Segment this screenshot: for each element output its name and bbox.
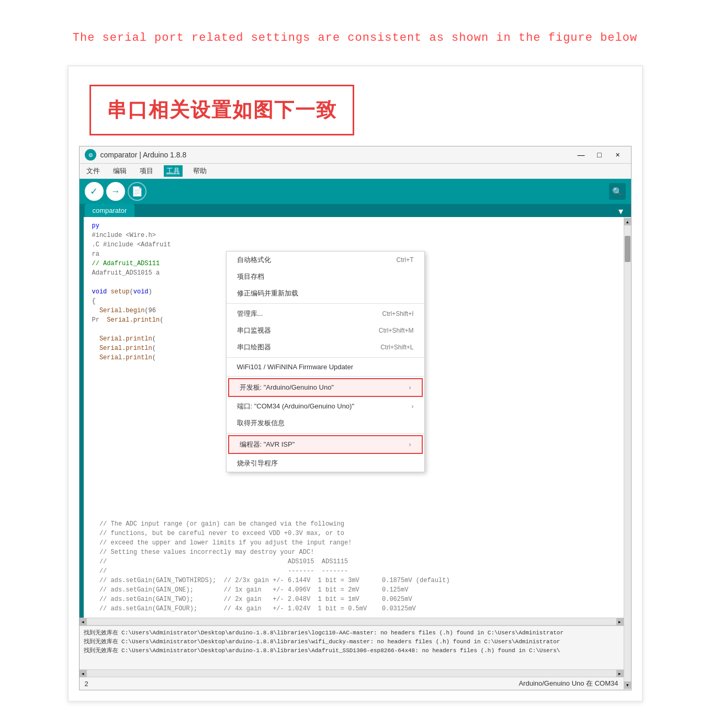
arduino-logo-icon: ⊙ [85,149,96,161]
left-gutter-indicator [80,217,84,618]
separator-4 [227,433,424,434]
code-comment-line: // Setting these values incorrectly may … [92,548,617,557]
code-comment-line: // ads.setGain(GAIN_TWOTHIRDS); // 2/3x … [92,576,617,585]
toolbar: ✓ → 📄 🔍 [80,179,631,204]
banner-container: 串口相关设置如图下一致 [69,66,642,138]
code-line: py [92,221,617,231]
status-line-number: 2 [85,680,88,688]
separator-1 [227,303,424,304]
window-controls: — □ × [573,149,626,161]
minimize-button[interactable]: — [573,149,589,161]
menu-programmer[interactable]: 编程器: "AVR ISP" › [229,436,422,453]
code-comment-line: // functions, but be careful never to ex… [92,529,617,538]
verify-button[interactable]: ✓ [85,182,104,201]
close-button[interactable]: × [610,149,626,161]
console-line-2: 找到无效库在 C:\Users\Administrator\Desktop\ar… [84,638,619,646]
maximize-button[interactable]: □ [592,149,607,161]
code-comment-line: // ------- ------- [92,566,617,576]
menu-get-board-info[interactable]: 取得开发板信息 [227,415,424,431]
menu-port[interactable]: 端口: "COM34 (Arduino/Genuino Uno)" › [227,398,424,415]
window-body: py #include <Wire.h> .C #include <Adafru… [80,217,631,690]
new-button[interactable]: 📄 [128,182,146,201]
page-container: The serial port related settings are con… [0,0,710,728]
menu-edit[interactable]: 编辑 [110,165,129,177]
scroll-down-button[interactable]: ▾ [624,681,631,689]
programmer-highlight-border: 编程器: "AVR ISP" › [228,435,423,454]
tools-dropdown-menu: 自动格式化 Ctrl+T 项目存档 修正编码并重新加载 管理库 [226,251,425,472]
upload-button[interactable]: → [106,182,125,201]
menu-tools[interactable]: 工具 [164,165,183,177]
menu-board[interactable]: 开发板: "Arduino/Genuino Uno" › [229,379,422,396]
menu-help[interactable]: 帮助 [190,165,209,177]
code-comment-line: // The ADC input range (or gain) can be … [92,519,617,529]
arduino-window: ⊙ comparator | Arduino 1.8.8 — □ × 文件 编辑… [79,146,632,690]
menu-serial-monitor[interactable]: 串口监视器 Ctrl+Shift+M [227,322,424,339]
menu-library-manager[interactable]: 管理库... Ctrl+Shift+I [227,305,424,322]
code-comment-line: // ads.setGain(GAIN_ONE); // 1x gain +/-… [92,585,617,595]
menu-wifi-firmware[interactable]: WiFi101 / WiFiNINA Firmware Updater [227,359,424,374]
code-comment-line: // ads.setGain(GAIN_TWO); // 2x gain +/-… [92,595,617,604]
code-line: #include <Wire.h> [92,231,617,240]
menu-serial-plotter[interactable]: 串口绘图器 Ctrl+Shift+L [227,339,424,356]
menu-burn-bootloader[interactable]: 烧录引导程序 [227,455,424,472]
board-highlight-border: 开发板: "Arduino/Genuino Uno" › [228,378,423,397]
bottom-status-bar: 2 Arduino/Genuino Uno 在 COM34 [80,677,624,690]
tab-comparator[interactable]: comparator [85,204,135,217]
console-area: 找到无效库在 C:\Users\Administrator\Desktop\ar… [80,625,624,669]
banner-text: 串口相关设置如图下一致 [107,99,337,121]
console-line-1: 找到无效库在 C:\Users\Administrator\Desktop\ar… [84,629,619,638]
console-scroll-left[interactable]: ◂ [80,670,87,677]
window-titlebar: ⊙ comparator | Arduino 1.8.8 — □ × [80,146,631,164]
console-scroll-track [87,670,616,677]
window-title: comparator | Arduino 1.8.8 [100,151,187,159]
menubar: 文件 编辑 项目 工具 帮助 [80,164,631,179]
menu-file[interactable]: 文件 [84,165,103,177]
serial-monitor-icon: 🔍 [612,187,623,197]
menu-archive[interactable]: 项目存档 [227,268,424,285]
separator-3 [227,376,424,377]
console-scroll-right[interactable]: ▸ [616,670,624,677]
menu-project[interactable]: 项目 [137,165,156,177]
header-text: The serial port related settings are con… [42,31,668,44]
titlebar-left: ⊙ comparator | Arduino 1.8.8 [85,149,187,161]
console-scrollbar: ◂ ▸ [80,669,624,677]
horizontal-scrollbar[interactable]: ◂ ▸ [80,618,624,625]
code-comment-line: // exceed the upper and lower limits if … [92,538,617,548]
code-comment-line: // ads.setGain(GAIN_FOUR); // 4x gain +/… [92,604,617,613]
code-area[interactable]: py #include <Wire.h> .C #include <Adafru… [80,217,624,618]
serial-monitor-button[interactable]: 🔍 [609,183,626,200]
scroll-track-v [624,225,631,681]
scroll-left-button[interactable]: ◂ [80,618,87,625]
banner-box: 串口相关设置如图下一致 [89,85,354,135]
separator-2 [227,357,424,358]
scroll-thumb [625,236,630,262]
scroll-right-button[interactable]: ▸ [616,618,624,625]
scroll-track-h [87,618,616,625]
tabbar: comparator ▾ [80,204,631,217]
menu-fix-encoding[interactable]: 修正编码并重新加载 [227,285,424,302]
vertical-scrollbar[interactable]: ▴ ▾ [624,217,631,690]
code-line: .C #include <Adafruit [92,240,617,249]
window-main: py #include <Wire.h> .C #include <Adafru… [80,217,624,690]
screenshot-wrapper: 串口相关设置如图下一致 ⊙ comparator | Arduino 1.8.8… [67,65,643,702]
code-comment-line: // ADS1015 ADS1115 [92,557,617,566]
console-line-3: 找到无效库在 C:\Users\Administrator\Desktop\ar… [84,646,619,655]
menu-auto-format[interactable]: 自动格式化 Ctrl+T [227,252,424,268]
tab-dropdown-button[interactable]: ▾ [618,206,623,217]
status-board-port: Arduino/Genuino Uno 在 COM34 [519,679,618,688]
scroll-up-button[interactable]: ▴ [624,218,631,225]
